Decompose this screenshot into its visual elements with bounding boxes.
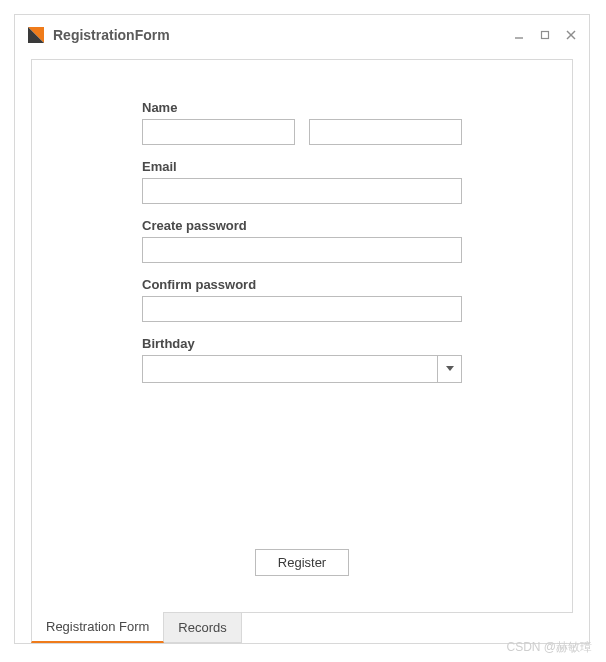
birthday-combo[interactable] (142, 355, 462, 383)
create-password-label: Create password (142, 218, 462, 233)
svg-marker-6 (446, 366, 454, 371)
chevron-down-icon (446, 366, 454, 372)
window-controls (513, 29, 577, 41)
birthday-input[interactable] (143, 356, 437, 382)
first-name-field[interactable] (142, 119, 295, 145)
register-button[interactable]: Register (255, 549, 349, 576)
maximize-icon[interactable] (539, 29, 551, 41)
watermark-text: CSDN @赫敏璋 (506, 639, 592, 656)
app-window: RegistrationForm Name Email (14, 14, 590, 644)
birthday-dropdown-button[interactable] (437, 356, 461, 382)
name-row (142, 119, 462, 145)
window-title: RegistrationForm (53, 27, 513, 43)
last-name-field[interactable] (309, 119, 462, 145)
name-label: Name (142, 100, 462, 115)
birthday-label: Birthday (142, 336, 462, 351)
tab-records[interactable]: Records (164, 613, 241, 643)
email-field[interactable] (142, 178, 462, 204)
tab-registration-form[interactable]: Registration Form (31, 612, 164, 643)
close-icon[interactable] (565, 29, 577, 41)
form-panel: Name Email Create password Confirm passw… (31, 59, 573, 613)
app-icon (27, 26, 45, 44)
titlebar: RegistrationForm (15, 15, 589, 55)
minimize-icon[interactable] (513, 29, 525, 41)
confirm-password-field[interactable] (142, 296, 462, 322)
register-row: Register (48, 549, 556, 596)
content-area: Name Email Create password Confirm passw… (15, 55, 589, 643)
form-body: Name Email Create password Confirm passw… (142, 100, 462, 383)
create-password-field[interactable] (142, 237, 462, 263)
email-label: Email (142, 159, 462, 174)
confirm-password-label: Confirm password (142, 277, 462, 292)
svg-rect-3 (542, 32, 549, 39)
tab-strip: Registration Form Records (31, 613, 573, 643)
